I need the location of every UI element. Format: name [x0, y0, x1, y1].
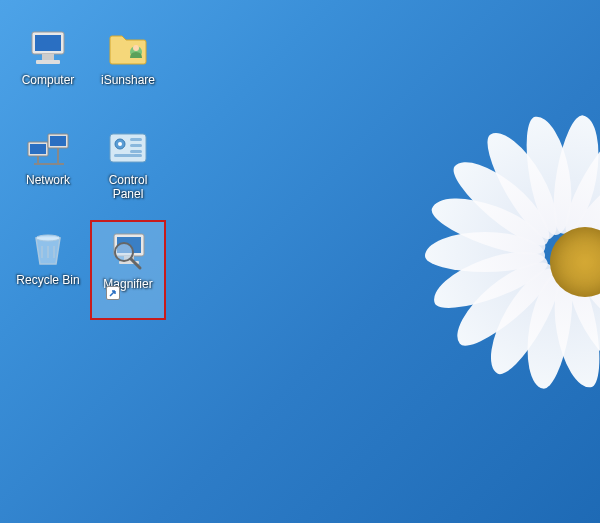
control-panel-icon — [104, 124, 152, 172]
wallpaper-flower — [330, 87, 600, 437]
svg-rect-19 — [114, 154, 142, 157]
desktop: Computer iSunshare Network — [10, 20, 170, 320]
icon-label: iSunshare — [101, 74, 155, 88]
shortcut-arrow-icon — [106, 286, 120, 300]
desktop-icon-recycle-bin[interactable]: Recycle Bin — [10, 220, 86, 320]
svg-point-5 — [133, 45, 139, 51]
computer-icon — [24, 24, 72, 72]
icon-label: Network — [26, 174, 70, 188]
svg-rect-1 — [35, 35, 61, 51]
icon-label: Computer — [22, 74, 75, 88]
desktop-icon-network[interactable]: Network — [10, 120, 86, 220]
svg-point-15 — [118, 142, 122, 146]
folder-person-icon — [104, 24, 152, 72]
svg-rect-7 — [30, 144, 46, 154]
network-icon — [24, 124, 72, 172]
svg-rect-17 — [130, 144, 142, 147]
svg-rect-2 — [42, 54, 54, 60]
desktop-icon-control-panel[interactable]: Control Panel — [90, 120, 166, 220]
icon-label: Control Panel — [94, 174, 162, 202]
icon-label: Recycle Bin — [16, 274, 79, 288]
svg-rect-3 — [36, 60, 60, 64]
svg-point-20 — [36, 235, 60, 241]
svg-rect-16 — [130, 138, 142, 141]
recycle-bin-icon — [24, 224, 72, 272]
svg-rect-18 — [130, 150, 142, 153]
magnifier-icon — [104, 228, 152, 276]
desktop-icon-computer[interactable]: Computer — [10, 20, 86, 120]
desktop-icon-magnifier[interactable]: Magnifier — [90, 220, 166, 320]
svg-rect-9 — [50, 136, 66, 146]
desktop-icon-isunshare[interactable]: iSunshare — [90, 20, 166, 120]
